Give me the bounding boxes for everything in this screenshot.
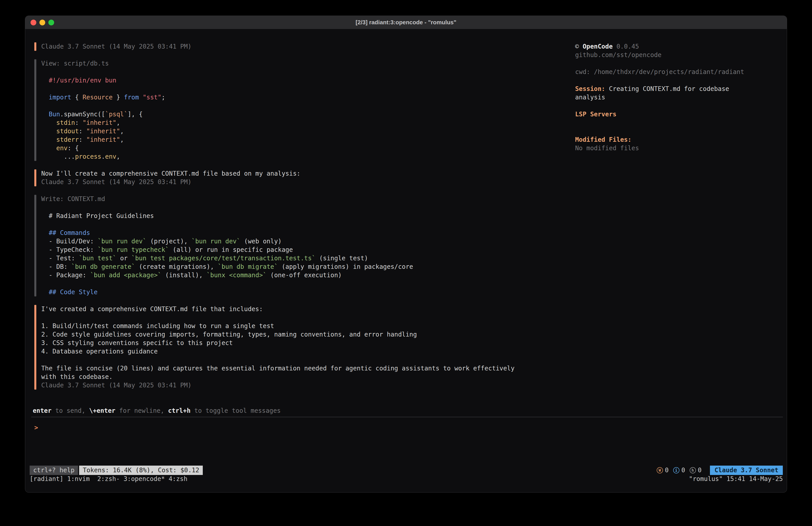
terminal-line: View: script/db.ts: [41, 59, 567, 68]
terminal-line: [575, 76, 787, 85]
text-segment: ], {: [128, 111, 143, 118]
terminal-line: 3. CSS styling conventions specific to t…: [41, 339, 567, 347]
text-segment: or: [116, 255, 131, 262]
terminal-line: [575, 118, 787, 127]
terminal-line: cwd: /home/thdxr/dev/projects/radiant/ra…: [575, 68, 787, 76]
text-segment: ## Code Style: [49, 288, 98, 296]
text-segment: from: [124, 94, 139, 101]
text-segment: (create migrations),: [135, 263, 218, 270]
titlebar[interactable]: [2/3] radiant:3:opencode - "romulus": [25, 16, 787, 29]
window-title: [2/3] radiant:3:opencode - "romulus": [356, 19, 456, 26]
terminal-line: ...process.env,: [41, 153, 567, 161]
terminal-line: I've created a comprehensive CONTEXT.md …: [41, 305, 567, 313]
tool-block-bar: [34, 59, 36, 161]
terminal-line: Now I'll create a comprehensive CONTEXT.…: [41, 169, 567, 178]
message-accent-bar: [34, 169, 36, 186]
terminal-line: LSP Servers: [575, 110, 787, 118]
terminal-line: Claude 3.7 Sonnet (14 May 2025 03:41 PM): [41, 178, 567, 186]
terminal-line: [41, 85, 567, 93]
text-segment: ## Commands: [49, 229, 90, 237]
text-segment: ©: [575, 43, 583, 50]
terminal-line: github.com/sst/opencode: [575, 51, 787, 59]
info-count: 0: [681, 466, 685, 474]
text-segment: : {: [68, 144, 79, 152]
text-segment: "inherit": [86, 136, 120, 143]
text-segment: (single test): [316, 255, 368, 262]
info-icon: i: [673, 467, 679, 473]
terminal-line: Modified Files:: [575, 136, 787, 144]
text-segment: 4. Database operations guidance: [41, 348, 158, 355]
text-segment: `bun add <package>`: [90, 271, 161, 279]
minimize-button[interactable]: [40, 19, 45, 25]
text-segment: analysis: [575, 94, 605, 101]
text-segment: The file is concise (20 lines) and captu…: [41, 365, 514, 372]
warning-count: 0: [665, 466, 669, 474]
text-segment: stdin: [56, 119, 75, 126]
text-segment: - DB:: [41, 263, 71, 270]
text-segment: ,: [116, 119, 120, 126]
text-segment: `bun test packages/core/test/transaction…: [131, 255, 316, 262]
terminal-line: ## Code Style: [41, 288, 567, 296]
text-segment: #!/usr/bin/env bun: [41, 77, 116, 84]
terminal-line: - DB: `bun db generate` (create migratio…: [41, 262, 567, 271]
opencode-info-panel: © OpenCode 0.0.45github.com/sst/opencode…: [575, 42, 787, 153]
terminal-line: 2. Code style guidelines covering import…: [41, 330, 567, 339]
diagnostic-hint: h0: [690, 466, 702, 474]
terminal-line: - Build/Dev: `bun run dev` (project), `b…: [41, 237, 567, 246]
text-segment: .: [101, 153, 105, 160]
text-segment: `bun db migrate`: [218, 263, 278, 270]
block-body: I've created a comprehensive CONTEXT.md …: [41, 305, 567, 389]
text-segment: `psql`: [105, 111, 128, 118]
terminal-line: Bun.spawnSync([`psql`], {: [41, 110, 567, 118]
assistant-message: Now I'll create a comprehensive CONTEXT.…: [34, 169, 567, 186]
terminal-line: [575, 127, 787, 136]
text-segment: Write: CONTEXT.md: [41, 195, 105, 203]
text-segment: - TypeCheck:: [41, 246, 98, 253]
tool-view-block: View: script/db.ts #!/usr/bin/env bun im…: [34, 59, 567, 161]
terminal-line: [41, 203, 567, 212]
model-badge[interactable]: Claude 3.7 Sonnet: [710, 466, 783, 475]
text-segment: ,: [120, 136, 124, 143]
text-segment: process: [75, 153, 101, 160]
terminal-line: The file is concise (20 lines) and captu…: [41, 364, 567, 373]
close-button[interactable]: [30, 19, 36, 25]
text-segment: "inherit": [83, 119, 116, 126]
tmux-windows[interactable]: [radiant] 1:nvim 2:zsh- 3:opencode* 4:zs…: [30, 475, 187, 483]
input-divider: [31, 417, 783, 417]
text-segment: (web only): [240, 238, 281, 245]
hint-count: 0: [698, 466, 702, 474]
message-accent-bar: [34, 42, 36, 51]
text-segment: Claude 3.7 Sonnet (14 May 2025 03:41 PM): [41, 382, 191, 389]
text-segment: 1. Build/lint/test commands including ho…: [41, 322, 274, 330]
text-segment: `bun run typecheck`: [98, 246, 169, 253]
text-segment: ctrl+h: [168, 407, 190, 414]
text-segment: ,: [120, 127, 124, 135]
terminal-line: © OpenCode 0.0.45: [575, 42, 787, 51]
terminal-line: stdout: "inherit",: [41, 127, 567, 136]
text-segment: {: [71, 94, 83, 101]
terminal-content: Claude 3.7 Sonnet (14 May 2025 03:41 PM)…: [25, 29, 787, 492]
desktop: { "colors": { "accent_orange": "#f0946c"…: [0, 0, 812, 526]
terminal-line: [41, 313, 567, 322]
text-segment: (one-off execution): [266, 271, 342, 279]
diagnostic-info: i0: [673, 466, 685, 474]
text-segment: enter: [33, 407, 52, 414]
terminal-line: Claude 3.7 Sonnet (14 May 2025 03:41 PM): [41, 42, 567, 51]
text-segment: [41, 119, 56, 126]
message-input[interactable]: >: [34, 424, 783, 440]
text-segment: with this codebase.: [41, 373, 113, 381]
terminal-window: [2/3] radiant:3:opencode - "romulus" Cla…: [25, 16, 787, 493]
warning-icon: W: [657, 467, 663, 473]
terminal-line: # Radiant Project Guidelines: [41, 212, 567, 220]
zoom-button[interactable]: [48, 19, 54, 25]
text-segment: I've created a comprehensive CONTEXT.md …: [41, 305, 263, 313]
text-segment: 0.0.45: [613, 43, 639, 50]
text-segment: 2. Code style guidelines covering import…: [41, 331, 417, 338]
tmux-status-bar: [radiant] 1:nvim 2:zsh- 3:opencode* 4:zs…: [30, 475, 783, 483]
terminal-line: with this codebase.: [41, 373, 567, 381]
text-segment: import: [49, 94, 71, 101]
block-body: Claude 3.7 Sonnet (14 May 2025 03:41 PM): [41, 42, 567, 51]
block-body: Now I'll create a comprehensive CONTEXT.…: [41, 169, 567, 186]
text-segment: Claude 3.7 Sonnet (14 May 2025 03:41 PM): [41, 178, 191, 186]
tokens-cost-chip: Tokens: 16.4K (8%), Cost: $0.12: [79, 466, 203, 475]
